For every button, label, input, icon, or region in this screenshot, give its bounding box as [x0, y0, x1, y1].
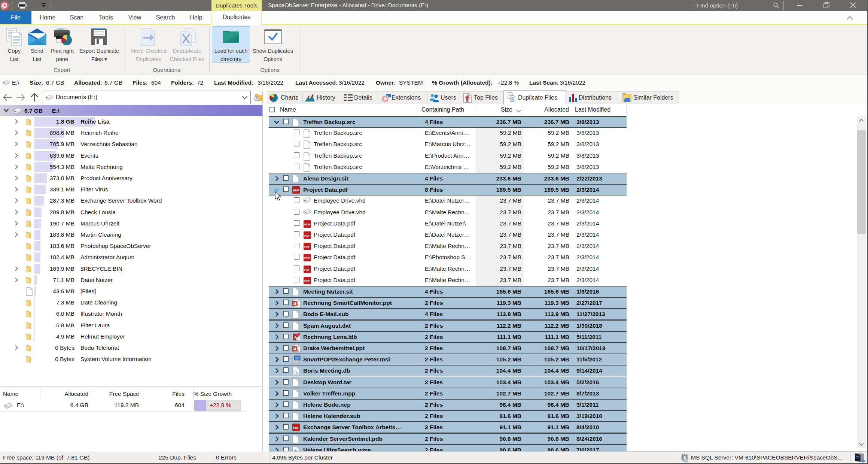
- svg-text:PDF: PDF: [293, 189, 299, 192]
- svg-text:PDF: PDF: [304, 257, 310, 260]
- svg-text:PDF: PDF: [304, 268, 310, 272]
- svg-text:PDF: PDF: [304, 279, 310, 283]
- svg-text:PDF: PDF: [304, 245, 310, 249]
- svg-text:PDF: PDF: [304, 234, 310, 237]
- svg-text:PDF: PDF: [293, 426, 299, 430]
- svg-text:PDF: PDF: [304, 223, 310, 226]
